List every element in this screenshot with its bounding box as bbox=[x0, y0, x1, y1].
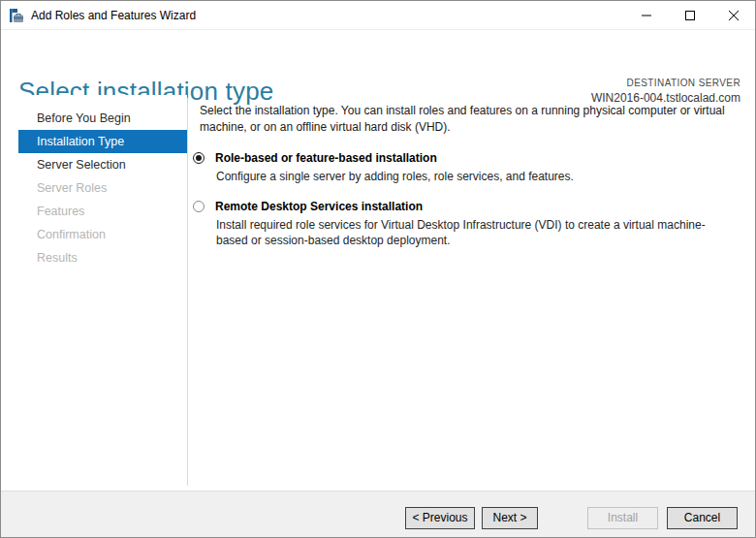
option-remote-desktop: Remote Desktop Services installation Ins… bbox=[193, 200, 741, 248]
wizard-header: Select installation type DESTINATION SER… bbox=[1, 30, 755, 95]
install-button[interactable]: Install bbox=[587, 507, 658, 529]
next-button[interactable]: Next > bbox=[482, 507, 538, 529]
close-icon[interactable] bbox=[711, 1, 755, 30]
window-title: Add Roles and Features Wizard bbox=[31, 1, 196, 30]
maximize-icon[interactable] bbox=[668, 1, 711, 30]
option-remote-desktop-description: Install required role services for Virtu… bbox=[216, 217, 732, 248]
sidebar-item-server-selection[interactable]: Server Selection bbox=[18, 153, 187, 176]
destination-server-label: DESTINATION SERVER bbox=[591, 78, 740, 88]
previous-button[interactable]: < Previous bbox=[405, 507, 475, 529]
sidebar-item-confirmation: Confirmation bbox=[18, 223, 187, 246]
sidebar-item-results: Results bbox=[18, 246, 187, 269]
wizard-steps-nav: Before You Begin Installation Type Serve… bbox=[1, 95, 187, 491]
installation-type-pane: Select the installation type. You can in… bbox=[193, 103, 741, 248]
option-role-based: Role-based or feature-based installation… bbox=[193, 151, 741, 184]
option-role-based-description: Configure a single server by adding role… bbox=[216, 169, 732, 184]
radio-role-based-installation[interactable] bbox=[193, 152, 205, 164]
radio-remote-desktop-installation[interactable] bbox=[193, 201, 205, 212]
wizard-window: Add Roles and Features Wizard Select ins… bbox=[0, 0, 756, 538]
wizard-footer: < Previous Next > Install Cancel bbox=[1, 491, 755, 537]
sidebar-item-before-you-begin[interactable]: Before You Begin bbox=[18, 107, 187, 130]
title-bar: Add Roles and Features Wizard bbox=[1, 1, 755, 30]
sidebar-content-divider bbox=[187, 98, 188, 486]
intro-text: Select the installation type. You can in… bbox=[200, 103, 739, 136]
sidebar-item-installation-type[interactable]: Installation Type bbox=[18, 130, 187, 153]
destination-server-block: DESTINATION SERVER WIN2016-004.tstlocala… bbox=[591, 78, 740, 105]
option-remote-desktop-label[interactable]: Remote Desktop Services installation bbox=[215, 200, 423, 214]
sidebar-item-server-roles: Server Roles bbox=[18, 176, 187, 200]
sidebar-item-features: Features bbox=[18, 200, 187, 223]
minimize-icon[interactable] bbox=[624, 1, 668, 30]
option-role-based-label[interactable]: Role-based or feature-based installation bbox=[215, 151, 437, 166]
server-manager-wizard-icon bbox=[9, 8, 24, 23]
cancel-button[interactable]: Cancel bbox=[667, 507, 738, 529]
